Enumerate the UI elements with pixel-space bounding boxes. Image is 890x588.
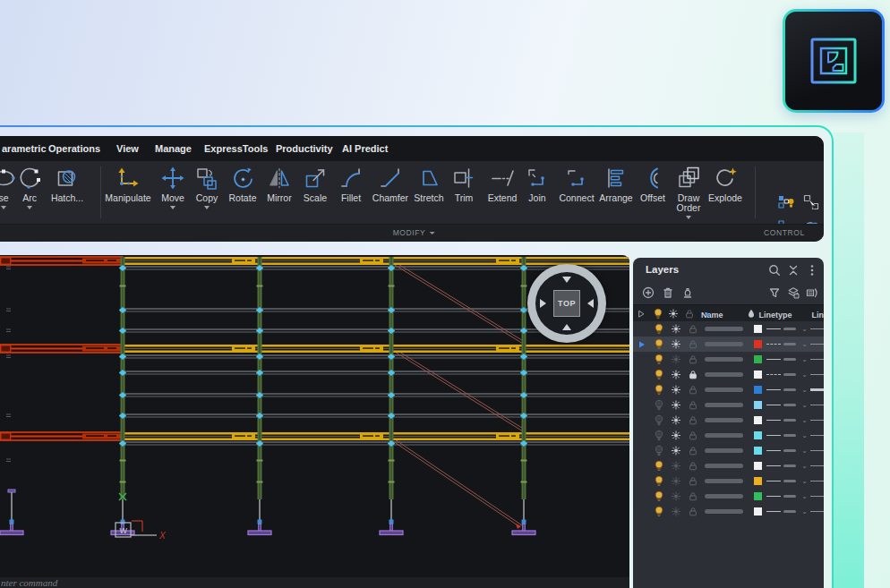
column-linetype-header[interactable]: Linetype: [759, 305, 798, 321]
layer-color-swatch[interactable]: [749, 492, 766, 500]
layer-name[interactable]: [701, 388, 749, 392]
menu-ai-predict[interactable]: AI Predict: [342, 143, 388, 154]
chevron-down-icon[interactable]: ⌄: [799, 432, 810, 439]
layer-visibility-bulb-icon[interactable]: [651, 460, 668, 472]
nav-arrow-right-icon[interactable]: [587, 299, 594, 308]
column-on-off-icon[interactable]: [650, 308, 666, 320]
chevron-down-icon[interactable]: ⌄: [799, 463, 810, 470]
layer-name[interactable]: [701, 342, 749, 346]
chevron-down-icon[interactable]: ⌄: [799, 341, 810, 348]
filter-icon[interactable]: [767, 285, 782, 300]
layer-color-swatch[interactable]: [749, 355, 766, 363]
layer-linetype[interactable]: [766, 405, 784, 405]
layer-linetype[interactable]: [766, 496, 784, 497]
layer-name[interactable]: [701, 418, 749, 422]
layer-linetype[interactable]: [766, 435, 784, 436]
expand-all-icon[interactable]: [633, 308, 650, 320]
layer-freeze-icon[interactable]: [668, 475, 685, 487]
layer-visibility-bulb-icon[interactable]: [651, 338, 668, 350]
layer-lock-icon[interactable]: [684, 338, 701, 350]
layer-color-swatch[interactable]: [749, 447, 766, 455]
layer-lineweight[interactable]: [783, 388, 799, 392]
layer-lineweight[interactable]: [783, 449, 799, 453]
layer-lineweight[interactable]: [783, 510, 799, 514]
layer-freeze-icon[interactable]: [668, 430, 685, 441]
layer-lock-icon[interactable]: [684, 414, 701, 426]
layer-lineweight[interactable]: [783, 343, 799, 346]
layer-name[interactable]: [701, 372, 749, 377]
layer-color-swatch[interactable]: [749, 507, 766, 516]
chevron-down-icon[interactable]: ⌄: [799, 417, 810, 424]
layer-name[interactable]: [701, 327, 749, 331]
layer-freeze-icon[interactable]: [668, 323, 685, 335]
column-color-icon[interactable]: [743, 308, 759, 320]
modify-group-label[interactable]: MODIFY: [393, 228, 435, 237]
layer-visibility-bulb-icon[interactable]: [651, 384, 668, 396]
layer-lineweight[interactable]: [783, 495, 799, 499]
layer-lock-icon[interactable]: [684, 369, 701, 380]
nav-arrow-left-icon[interactable]: [540, 299, 546, 308]
menu-view[interactable]: View: [116, 143, 139, 154]
layer-row-8[interactable]: ⌄: [633, 428, 824, 443]
layer-color-swatch[interactable]: [749, 462, 766, 470]
layer-freeze-icon[interactable]: [668, 354, 685, 365]
layer-lock-icon[interactable]: [684, 490, 701, 502]
menu-arametric[interactable]: arametric: [2, 143, 47, 154]
chevron-down-icon[interactable]: [27, 206, 32, 209]
chevron-down-icon[interactable]: ⌄: [799, 326, 810, 333]
add-icon[interactable]: [641, 285, 655, 300]
command-line[interactable]: nter command: [0, 577, 629, 588]
layer-linetype[interactable]: [766, 481, 784, 481]
layer-row-7[interactable]: ⌄: [633, 413, 824, 428]
layer-lock-icon[interactable]: [684, 460, 701, 472]
chevron-down-icon[interactable]: [204, 206, 210, 209]
chevron-down-icon[interactable]: ⌄: [799, 387, 810, 394]
layer-freeze-icon[interactable]: [668, 338, 685, 350]
menu-expresstools[interactable]: ExpressTools: [204, 143, 268, 154]
layer-row-4[interactable]: ⌄: [633, 367, 824, 382]
search-icon[interactable]: [767, 263, 782, 277]
layer-lock-icon[interactable]: [684, 506, 701, 517]
view-navigation-wheel[interactable]: TOP: [527, 264, 606, 343]
menu-productivity[interactable]: Productivity: [276, 143, 333, 154]
layer-name[interactable]: [701, 448, 749, 453]
layer-color-swatch[interactable]: [749, 325, 766, 333]
layer-linetype[interactable]: [766, 450, 784, 451]
layer-visibility-bulb-icon[interactable]: [651, 506, 668, 517]
column-freeze-icon[interactable]: [665, 308, 681, 320]
chevron-down-icon[interactable]: [170, 206, 175, 209]
kebab-icon[interactable]: [805, 263, 819, 277]
layer-visibility-bulb-icon[interactable]: [651, 369, 668, 380]
layer-lock-icon[interactable]: [684, 430, 701, 441]
collapse-icon[interactable]: [786, 263, 800, 277]
layer-row-9[interactable]: ⌄: [633, 443, 824, 458]
chevron-down-icon[interactable]: [686, 216, 691, 219]
layer-visibility-bulb-icon[interactable]: [651, 399, 668, 411]
layer-row-2[interactable]: ⌄: [633, 337, 824, 352]
rename-icon[interactable]: [805, 285, 819, 300]
layer-visibility-bulb-icon[interactable]: [651, 354, 668, 365]
layer-linetype[interactable]: [766, 328, 784, 329]
layer-visibility-bulb-icon[interactable]: [651, 414, 668, 426]
layer-color-swatch[interactable]: [749, 416, 766, 424]
layer-freeze-icon[interactable]: [668, 369, 685, 380]
layer-lineweight[interactable]: [783, 404, 799, 407]
layer-visibility-bulb-icon[interactable]: [651, 490, 668, 502]
layer-color-swatch[interactable]: [749, 371, 766, 379]
layer-name[interactable]: [701, 357, 749, 362]
layer-visibility-bulb-icon[interactable]: [651, 475, 668, 487]
chevron-down-icon[interactable]: ⌄: [799, 402, 810, 409]
chevron-down-icon[interactable]: ⌄: [799, 508, 810, 516]
layer-lock-icon[interactable]: [684, 323, 701, 335]
layer-states-icon[interactable]: [786, 285, 800, 300]
layer-freeze-icon[interactable]: [668, 399, 685, 411]
ctrl-select-icon[interactable]: [802, 193, 820, 215]
layer-freeze-icon[interactable]: [668, 414, 685, 426]
chevron-down-icon[interactable]: ⌄: [799, 478, 810, 485]
layer-color-swatch[interactable]: [749, 477, 766, 485]
layer-linetype[interactable]: [766, 344, 784, 345]
chevron-down-icon[interactable]: ⌄: [799, 493, 810, 500]
layer-linetype[interactable]: [766, 511, 784, 512]
tool-manipulate-button[interactable]: Manipulate: [105, 161, 151, 203]
layer-row-6[interactable]: ⌄: [633, 397, 824, 413]
